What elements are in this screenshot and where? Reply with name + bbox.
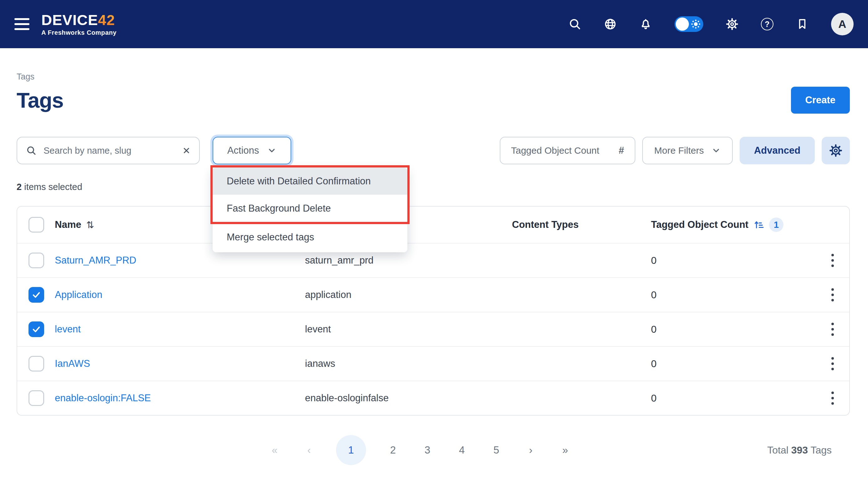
toolbar: ✕ Actions Tagged Object Count # More Fil… (17, 137, 850, 164)
pagination-page-1[interactable]: 1 (336, 435, 366, 465)
actions-label: Actions (227, 145, 259, 156)
search-box[interactable]: ✕ (17, 137, 200, 164)
row-kebab-menu[interactable] (828, 320, 837, 339)
pagination: « ‹ 1 2 3 4 5 › » (267, 435, 573, 465)
gear-icon (829, 144, 843, 157)
bookmark-icon[interactable] (796, 18, 809, 31)
tag-name-link[interactable]: Application (55, 289, 102, 300)
tag-name-link[interactable]: IanAWS (55, 358, 90, 369)
tag-slug: levent (305, 324, 512, 335)
pagination-first[interactable]: « (267, 444, 282, 456)
selection-status: 2 items selected (17, 182, 850, 192)
settings-gear-icon[interactable] (725, 18, 739, 31)
tag-slug: ianaws (305, 358, 512, 369)
row-checkbox[interactable] (29, 356, 44, 372)
tag-count: 0 (651, 255, 819, 266)
actions-dropdown-menu: Delete with Detailed Confirmation Fast B… (213, 167, 407, 252)
tag-count: 0 (651, 358, 819, 370)
row-kebab-menu[interactable] (828, 285, 837, 305)
total-count: Total 393 Tags (767, 444, 832, 456)
brand-name: DEVICE42 (41, 12, 117, 27)
theme-toggle[interactable] (675, 16, 703, 32)
chevron-down-icon (267, 146, 277, 155)
hamburger-menu-icon[interactable] (14, 18, 29, 30)
sort-ascending-icon[interactable] (753, 219, 764, 230)
tag-name-link[interactable]: Saturn_AMR_PRD (55, 255, 136, 266)
menu-item-fast-background-delete[interactable]: Fast Background Delete (213, 195, 407, 222)
search-icon[interactable] (568, 18, 582, 31)
row-kebab-menu[interactable] (828, 354, 837, 373)
tags-table: Name ⇅ Content Types Tagged Object Count… (17, 206, 850, 416)
pagination-page-3[interactable]: 3 (420, 444, 435, 456)
globe-icon[interactable] (604, 18, 617, 31)
tag-name-link[interactable]: levent (55, 324, 81, 335)
notifications-bell-icon[interactable] (639, 18, 652, 31)
navbar-actions: ? A (568, 13, 854, 35)
pagination-page-2[interactable]: 2 (385, 444, 401, 456)
table-row: levent levent 0 (17, 312, 849, 346)
main-content: Tags Tags Create ✕ Actions Tagged Object… (0, 72, 868, 475)
table-footer: « ‹ 1 2 3 4 5 › » Total 393 Tags (17, 425, 850, 475)
row-checkbox[interactable] (29, 321, 44, 337)
hash-icon: # (619, 145, 624, 156)
brand-logo[interactable]: DEVICE42 A Freshworks Company (41, 12, 117, 36)
pagination-prev[interactable]: ‹ (302, 444, 317, 456)
menu-item-delete-detailed[interactable]: Delete with Detailed Confirmation (213, 167, 407, 195)
chevron-down-icon (711, 146, 721, 155)
avatar[interactable]: A (831, 13, 854, 35)
search-input[interactable] (43, 146, 176, 156)
create-button[interactable]: Create (791, 87, 850, 114)
tag-count: 0 (651, 324, 819, 335)
tag-count: 0 (651, 289, 819, 301)
table-row: Application application 0 (17, 277, 849, 312)
pagination-next[interactable]: › (523, 444, 538, 456)
advanced-button[interactable]: Advanced (740, 137, 815, 164)
table-row: enable-oslogin:FALSE enable-osloginfalse… (17, 381, 849, 415)
menu-item-merge-selected-tags[interactable]: Merge selected tags (213, 222, 407, 252)
sort-icon[interactable]: ⇅ (86, 219, 94, 230)
column-header-content-types[interactable]: Content Types (512, 219, 651, 230)
sort-priority-badge: 1 (769, 218, 783, 232)
tag-count: 0 (651, 392, 819, 404)
sun-icon (690, 19, 701, 29)
table-header-row: Name ⇅ Content Types Tagged Object Count… (17, 206, 849, 243)
brand-accent: 42 (98, 11, 115, 28)
brand-subtitle: A Freshworks Company (41, 29, 117, 36)
column-header-tagged-object-count[interactable]: Tagged Object Count 1 (651, 218, 819, 232)
clear-search-icon[interactable]: ✕ (183, 145, 190, 156)
search-field-icon (26, 145, 37, 156)
pagination-page-5[interactable]: 5 (489, 444, 504, 456)
row-kebab-menu[interactable] (828, 251, 837, 270)
tag-slug: enable-osloginfalse (305, 392, 512, 404)
top-navbar: DEVICE42 A Freshworks Company (0, 0, 868, 48)
selected-count: 2 (17, 182, 22, 192)
breadcrumb[interactable]: Tags (17, 72, 850, 82)
tagged-object-count-filter[interactable]: Tagged Object Count # (500, 137, 636, 164)
table-row: Saturn_AMR_PRD saturn_amr_prd 0 (17, 243, 849, 277)
table-settings-button[interactable] (822, 137, 850, 164)
help-icon[interactable]: ? (761, 18, 773, 30)
row-checkbox[interactable] (29, 390, 44, 406)
more-filters-dropdown[interactable]: More Filters (642, 137, 733, 164)
row-kebab-menu[interactable] (828, 388, 837, 408)
tag-name-link[interactable]: enable-oslogin:FALSE (55, 392, 151, 404)
row-checkbox[interactable] (29, 253, 44, 268)
pagination-page-4[interactable]: 4 (454, 444, 469, 456)
table-row: IanAWS ianaws 0 (17, 346, 849, 381)
tag-slug: application (305, 289, 512, 300)
pagination-last[interactable]: » (558, 444, 573, 456)
row-checkbox[interactable] (29, 287, 44, 303)
toggle-knob (676, 18, 689, 31)
actions-dropdown-button[interactable]: Actions (213, 137, 291, 164)
select-all-checkbox[interactable] (29, 217, 44, 232)
page-title: Tags (17, 88, 64, 113)
tag-slug: saturn_amr_prd (305, 255, 512, 266)
